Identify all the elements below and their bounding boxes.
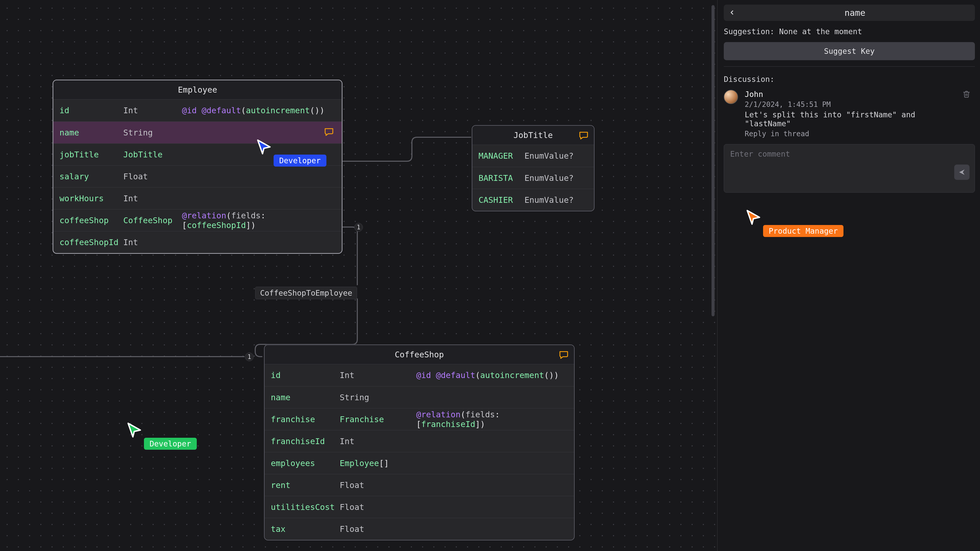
field-attr: @id @default(autoincrement()) xyxy=(182,106,336,115)
field-name: franchise xyxy=(271,414,340,424)
field-row[interactable]: utilitiesCost Float xyxy=(265,496,574,518)
enum-name: BARISTA xyxy=(479,173,525,183)
field-name: employees xyxy=(271,458,340,468)
field-name: jobTitle xyxy=(59,150,123,159)
field-name: salary xyxy=(59,171,123,181)
field-name: franchiseId xyxy=(271,437,340,446)
cursor-label: Developer xyxy=(144,438,197,450)
edge-employee-coffeeshop-top xyxy=(342,227,357,285)
comment-input[interactable] xyxy=(730,149,969,159)
field-type: Int xyxy=(340,437,416,446)
field-type: Float xyxy=(123,171,182,181)
field-name: name xyxy=(59,128,123,138)
chevron-left-icon xyxy=(729,9,735,16)
field-row[interactable]: id Int @id @default(autoincrement()) xyxy=(53,100,342,121)
field-name: id xyxy=(59,106,123,115)
field-row[interactable]: tax Float xyxy=(265,518,574,540)
field-row[interactable]: coffeeShopId Int xyxy=(53,231,342,253)
discussion-heading: Discussion: xyxy=(724,75,975,84)
send-comment-button[interactable] xyxy=(954,165,969,180)
field-row[interactable]: franchiseId Int xyxy=(265,430,574,452)
field-name: name xyxy=(271,392,340,402)
back-button[interactable] xyxy=(729,8,735,18)
enum-type: EnumValue? xyxy=(525,151,588,161)
comment-text: Let's split this into "firstName" and "l… xyxy=(745,110,958,128)
field-type: Int xyxy=(123,238,182,247)
field-name: utilitiesCost xyxy=(271,502,340,512)
enum-name: CASHIER xyxy=(479,195,525,205)
field-name: id xyxy=(271,370,340,380)
field-type: Float xyxy=(340,502,416,512)
field-row[interactable]: employees Employee[] xyxy=(265,452,574,474)
field-row[interactable]: name String xyxy=(53,121,342,143)
collab-cursor-green: Developer xyxy=(126,422,197,450)
enum-row[interactable]: CASHIER EnumValue? xyxy=(473,189,594,211)
comment-timestamp: 2/1/2024, 1:45:51 PM xyxy=(745,100,958,109)
field-row[interactable]: jobTitle JobTitle xyxy=(53,143,342,165)
field-type: Int xyxy=(123,194,182,203)
field-type: Float xyxy=(340,480,416,490)
edge-employee-jobtitle xyxy=(342,137,471,161)
canvas-scrollbar[interactable] xyxy=(711,5,714,316)
cardinality-badge: 1 xyxy=(245,353,254,361)
suggest-key-button[interactable]: Suggest Key xyxy=(724,42,975,60)
field-type: Float xyxy=(340,524,416,534)
comment-icon[interactable] xyxy=(324,127,334,136)
model-coffeeshop[interactable]: CoffeeShop id Int @id @default(autoincre… xyxy=(264,345,575,540)
field-type: Franchise xyxy=(340,414,416,424)
comment-input-box xyxy=(724,144,975,192)
cardinality-badge: 1 xyxy=(354,223,363,232)
field-type: Employee[] xyxy=(340,458,416,468)
enum-type: EnumValue? xyxy=(525,173,588,183)
field-name: coffeeShop xyxy=(59,216,123,225)
comment-icon[interactable] xyxy=(579,130,589,140)
field-name: rent xyxy=(271,480,340,490)
send-icon xyxy=(958,168,966,176)
field-attr[interactable] xyxy=(182,127,336,138)
panel-title: name xyxy=(740,8,970,18)
model-employee[interactable]: Employee id Int @id @default(autoincreme… xyxy=(52,79,342,254)
field-row[interactable]: franchise Franchise @relation(fields:[fr… xyxy=(265,408,574,430)
edge-label-coffeeshop-employee[interactable]: CoffeeShopToEmployee xyxy=(255,287,357,299)
model-title: CoffeeShop xyxy=(395,350,444,359)
field-row[interactable]: name String xyxy=(265,386,574,408)
field-type: JobTitle xyxy=(123,150,182,159)
field-name: coffeeShopId xyxy=(59,238,123,247)
model-header[interactable]: CoffeeShop xyxy=(265,345,574,364)
comment-author: John xyxy=(745,90,958,99)
field-row[interactable]: workHours Int xyxy=(53,187,342,209)
model-jobtitle[interactable]: JobTitle MANAGER EnumValue? BARISTA Enum… xyxy=(472,125,595,211)
model-title: Employee xyxy=(178,85,217,95)
panel-header: name xyxy=(724,5,975,21)
trash-icon xyxy=(963,90,970,98)
field-row[interactable]: rent Float xyxy=(265,474,574,496)
enum-name: MANAGER xyxy=(479,151,525,161)
model-title: JobTitle xyxy=(514,130,553,140)
field-type: CoffeeShop xyxy=(123,216,182,225)
cursor-arrow-icon xyxy=(126,422,142,438)
comment-item: John 2/1/2024, 1:45:51 PM Let's split th… xyxy=(724,90,975,138)
comment-icon[interactable] xyxy=(558,350,569,359)
model-header[interactable]: Employee xyxy=(53,80,342,100)
field-row[interactable]: coffeeShop CoffeeShop @relation(fields:[… xyxy=(53,209,342,231)
suggestion-text: Suggestion: None at the moment xyxy=(724,27,975,36)
field-attr: @relation(fields:[coffeeShopId]) xyxy=(182,211,336,230)
avatar xyxy=(724,90,738,104)
enum-type: EnumValue? xyxy=(525,195,588,205)
field-attr: @id @default(autoincrement()) xyxy=(416,370,568,380)
enum-row[interactable]: MANAGER EnumValue? xyxy=(473,145,594,167)
field-name: workHours xyxy=(59,194,123,203)
comment-panel: name Suggestion: None at the moment Sugg… xyxy=(717,0,980,551)
field-type: Int xyxy=(340,370,416,380)
field-row[interactable]: id Int @id @default(autoincrement()) xyxy=(265,364,574,386)
field-type: Int xyxy=(123,106,182,115)
field-row[interactable]: salary Float xyxy=(53,165,342,187)
field-type: String xyxy=(123,128,182,138)
field-attr: @relation(fields:[franchiseId]) xyxy=(416,410,568,429)
model-header[interactable]: JobTitle xyxy=(473,126,594,145)
field-type: String xyxy=(340,392,416,402)
reply-in-thread-link[interactable]: Reply in thread xyxy=(745,130,958,138)
field-name: tax xyxy=(271,524,340,534)
enum-row[interactable]: BARISTA EnumValue? xyxy=(473,167,594,189)
delete-comment-button[interactable] xyxy=(963,90,975,100)
